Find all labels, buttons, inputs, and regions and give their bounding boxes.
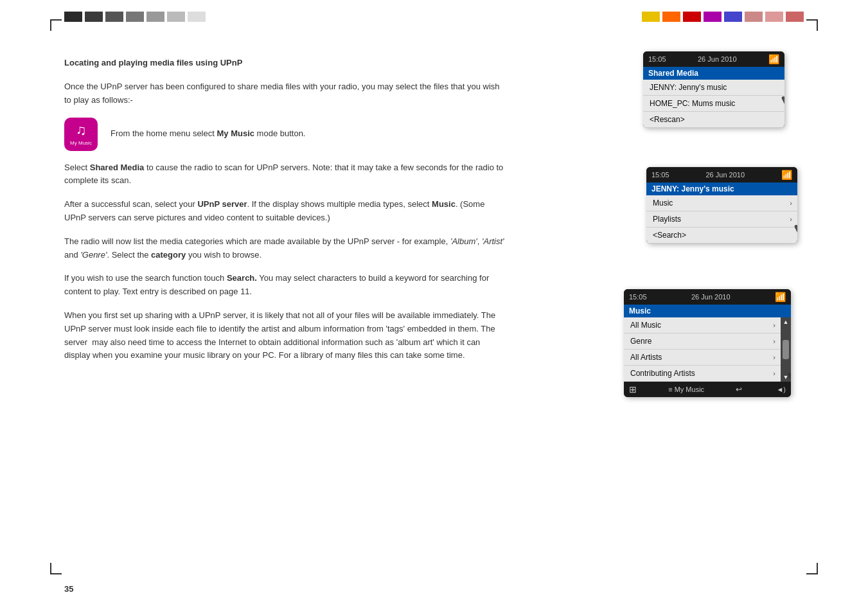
screen2-item-music[interactable]: Music › [646, 195, 797, 211]
screen2-date: 26 Jun 2010 [705, 171, 745, 179]
screen2-title: JENNY: Jenny's music [646, 182, 797, 195]
screen2-item-music-label: Music [653, 199, 673, 208]
paragraph-4: The radio will now list the media catego… [64, 235, 508, 262]
screen3-item-genre-label: Genre [630, 337, 651, 346]
right-column: 15:05 26 Jun 2010 📶 Shared Media JENNY: … [534, 45, 804, 568]
chevron-icon: › [773, 321, 775, 329]
bottom-menu-label: ≡ My Music [668, 386, 704, 393]
wifi-icon-2: 📶 [781, 170, 792, 180]
screen3-list-area: All Music › Genre › All Artists › Contri… [624, 317, 791, 382]
corner-mark [50, 573, 62, 574]
screen3-item-allmusic-label: All Music [630, 321, 661, 330]
wifi-icon-3: 📶 [775, 292, 786, 302]
corner-mark [817, 563, 818, 574]
screen2-item-search[interactable]: <Search> [646, 227, 797, 244]
bar-seg-5 [146, 12, 164, 22]
left-column: Locating and playing media files using U… [64, 45, 508, 568]
corner-mark [50, 19, 62, 21]
bar-seg-1 [64, 12, 82, 22]
screen3-bottom-bar: ⊞ ≡ My Music ↩ ◄) [624, 382, 791, 397]
screen2-item-playlists[interactable]: Playlists › [646, 211, 797, 227]
screen1-title: Shared Media [643, 67, 784, 80]
screen1-item-rescan[interactable]: <Rescan> [643, 112, 784, 128]
bar-seg-3 [105, 12, 123, 22]
icon-row: ♫ My Music From the home menu select My … [64, 118, 508, 151]
top-bar-left [64, 12, 206, 22]
screen1-time: 15:05 [648, 55, 666, 63]
music-note-icon: ♫ [76, 122, 87, 139]
bar-seg-r1 [642, 12, 660, 22]
bar-seg-r6 [745, 12, 763, 22]
screen3-item-allartists-label: All Artists [630, 353, 662, 362]
screen1-header: 15:05 26 Jun 2010 📶 [643, 51, 784, 67]
paragraph-5: If you wish to use the search function t… [64, 272, 508, 299]
screen1-item-homepc[interactable]: HOME_PC: Mums music [643, 96, 784, 112]
top-bar-right [642, 12, 804, 22]
scroll-up-icon[interactable]: ▲ [783, 319, 789, 325]
bar-seg-6 [167, 12, 185, 22]
page-number: 35 [64, 584, 73, 594]
chevron-icon: › [773, 337, 775, 345]
chevron-icon: › [773, 369, 775, 377]
section-title: Locating and playing media files using U… [64, 58, 508, 67]
bar-seg-r8 [786, 12, 804, 22]
back-icon[interactable]: ↩ [736, 385, 742, 394]
bar-seg-7 [188, 12, 206, 22]
corner-mark [50, 19, 51, 31]
screen3-title: Music [624, 305, 791, 317]
bar-seg-r4 [704, 12, 722, 22]
my-music-label: My Music [70, 140, 92, 146]
screen1-item-jenny[interactable]: JENNY: Jenny's music [643, 80, 784, 96]
screen2-item-search-label: <Search> [653, 231, 686, 240]
screen3-items: All Music › Genre › All Artists › Contri… [624, 317, 781, 382]
paragraph-1: Once the UPnP server has been configured… [64, 80, 508, 107]
my-music-icon: ♫ My Music [64, 118, 98, 151]
bar-seg-r5 [724, 12, 742, 22]
screen3-item-allmusic[interactable]: All Music › [624, 317, 781, 333]
screen3-item-allartists[interactable]: All Artists › [624, 350, 781, 366]
bar-seg-4 [126, 12, 144, 22]
screen2-item-playlists-label: Playlists [653, 215, 681, 224]
paragraph-icon-text: From the home menu select My Music mode … [111, 127, 305, 141]
screen1-date: 26 Jun 2010 [698, 55, 737, 63]
wifi-icon: 📶 [768, 54, 779, 64]
screen1-item-rescan-label: <Rescan> [650, 115, 685, 124]
screen3-item-contributing[interactable]: Contributing Artists › [624, 366, 781, 382]
hand-pointer-2 [790, 206, 797, 240]
hand-pointer-3 [783, 353, 791, 387]
screen2-time: 15:05 [651, 171, 669, 179]
main-content: Locating and playing media files using U… [64, 45, 804, 568]
corner-mark [50, 563, 51, 574]
chevron-icon: › [773, 353, 775, 361]
corner-mark [817, 19, 818, 31]
bar-seg-r7 [765, 12, 783, 22]
screen3-item-genre[interactable]: Genre › [624, 333, 781, 350]
screen3-date: 26 Jun 2010 [691, 293, 731, 301]
screen3-item-contributing-label: Contributing Artists [630, 369, 695, 378]
screen1: 15:05 26 Jun 2010 📶 Shared Media JENNY: … [643, 51, 784, 128]
paragraph-2: Select Shared Media to cause the radio t… [64, 161, 508, 188]
bar-seg-2 [85, 12, 103, 22]
screen2: ◄) 15:05 26 Jun 2010 📶 JENNY: Jenny's mu… [646, 167, 797, 244]
screen3-time: 15:05 [629, 293, 647, 301]
bar-seg-r3 [683, 12, 701, 22]
grid-icon[interactable]: ⊞ [629, 384, 637, 395]
bar-seg-r2 [662, 12, 680, 22]
screen1-item-homepc-label: HOME_PC: Mums music [650, 99, 735, 108]
screen2-header: 15:05 26 Jun 2010 📶 [646, 167, 797, 182]
hand-pointer-1 [777, 77, 784, 111]
paragraph-3: After a successful scan, select your UPn… [64, 198, 508, 225]
paragraph-6: When you first set up sharing with a UPn… [64, 309, 508, 362]
screen3: ◄) 15:05 26 Jun 2010 📶 Music All Music ›… [624, 289, 791, 397]
screen3-header: 15:05 26 Jun 2010 📶 [624, 289, 791, 305]
screen1-item-jenny-label: JENNY: Jenny's music [650, 83, 727, 92]
